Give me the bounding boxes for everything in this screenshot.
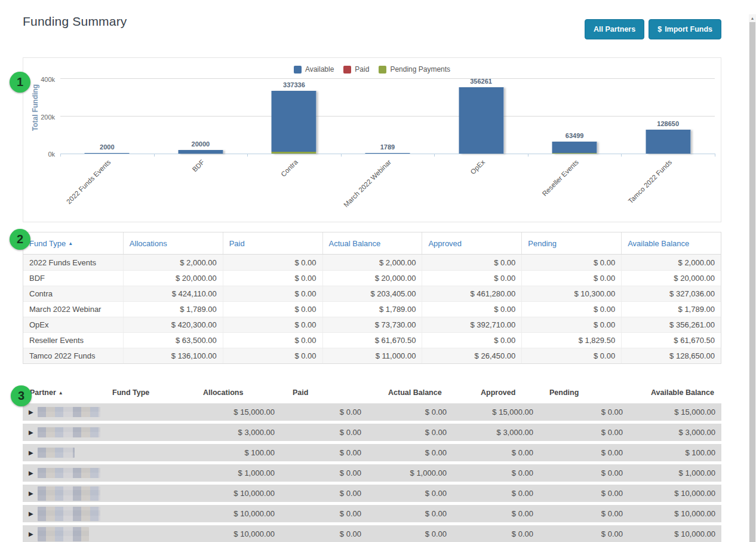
partner-column-header-paid[interactable]: Paid (281, 388, 367, 397)
partner-column-header-fund-type[interactable]: Fund Type (106, 388, 197, 397)
expand-row-icon[interactable]: ▶ (29, 510, 33, 517)
fund-column-header-pending[interactable]: Pending (521, 232, 621, 254)
partner-column-header-partner[interactable]: Partner▲ (23, 388, 106, 397)
fund-column-header-approved[interactable]: Approved (422, 232, 521, 254)
fund-value-cell: $ 0.00 (223, 348, 322, 363)
x-axis-label-reseller-events: Reseller Events (540, 158, 579, 197)
fund-value-cell: $ 392,710.00 (422, 317, 521, 332)
fund-value-cell: $ 73,730.00 (322, 317, 422, 332)
expand-row-icon[interactable]: ▶ (29, 409, 33, 415)
partner-row[interactable]: ▶$ 10,000.00$ 0.00$ 0.00$ 0.00$ 0.00$ 10… (23, 505, 721, 522)
fund-value-cell: $ 1,829.50 (521, 333, 621, 348)
partner-row[interactable]: ▶$ 100.00$ 0.00$ 0.00$ 0.00$ 0.00$ 100.0… (23, 444, 721, 461)
all-partners-button[interactable]: All Partners (585, 19, 644, 39)
x-axis-label-tamco-2022-funds: Tamco 2022 Funds (627, 158, 674, 205)
x-axis-tick (621, 154, 622, 157)
bar-value-label: 63499 (528, 132, 622, 139)
partner-name-cell: ▶ (23, 407, 106, 417)
bar-reseller-events[interactable] (552, 142, 597, 154)
legend-label-available: Available (305, 65, 334, 74)
fund-value-cell: $ 424,110.00 (123, 286, 223, 301)
fund-column-header-available-balance[interactable]: Available Balance (621, 232, 721, 254)
header-label: Actual Balance (388, 388, 442, 397)
fund-value-cell: $ 61,670.50 (322, 333, 422, 348)
legend-item-available[interactable]: Available (294, 65, 334, 74)
expand-row-icon[interactable]: ▶ (29, 470, 33, 476)
available-bar-segment (459, 87, 503, 154)
partner-row[interactable]: ▶$ 3,000.00$ 0.00$ 0.00$ 3,000.00$ 0.00$… (23, 424, 721, 441)
partner-value-cell: $ 0.00 (281, 509, 367, 518)
x-axis-tick (154, 154, 155, 157)
available-bar-segment (646, 130, 690, 154)
partner-value-cell: $ 3,000.00 (629, 428, 721, 437)
fund-type-cell: 2022 Funds Events (23, 255, 123, 270)
partner-value-cell: $ 0.00 (539, 428, 629, 437)
expand-row-icon[interactable]: ▶ (29, 429, 33, 436)
partner-value-cell: $ 0.00 (539, 448, 629, 457)
partner-name-redacted (38, 486, 100, 501)
sort-asc-icon: ▲ (68, 241, 73, 246)
fund-column-header-paid[interactable]: Paid (223, 232, 322, 254)
scrollbar-up-icon[interactable]: ▲ (749, 14, 756, 22)
bar-2022-funds-events[interactable] (85, 153, 130, 154)
legend-item-paid[interactable]: Paid (343, 65, 369, 74)
partner-value-cell: $ 0.00 (453, 468, 539, 477)
partner-row[interactable]: ▶$ 10,000.00$ 0.00$ 0.00$ 0.00$ 0.00$ 10… (23, 485, 721, 502)
fund-column-header-allocations[interactable]: Allocations (123, 232, 223, 254)
fund-value-cell: $ 128,650.00 (621, 348, 721, 363)
fund-value-cell: $ 61,670.50 (621, 333, 721, 348)
partner-row[interactable]: ▶$ 10,000.00$ 0.00$ 0.00$ 0.00$ 0.00$ 10… (23, 525, 721, 542)
fund-value-cell: $ 10,300.00 (521, 286, 621, 301)
partner-value-cell: $ 1,000.00 (197, 468, 281, 477)
bar-bdf[interactable] (178, 150, 223, 154)
legend-item-pending-payments[interactable]: Pending Payments (379, 65, 450, 74)
bar-opex[interactable] (459, 87, 503, 154)
annotation-badge-1: 1 (10, 72, 30, 93)
partner-column-header-available-balance[interactable]: Available Balance (629, 388, 721, 397)
expand-row-icon[interactable]: ▶ (29, 449, 33, 456)
partner-value-cell: $ 0.00 (367, 408, 453, 417)
chart-category-opex: 356261OpEx (434, 79, 528, 154)
fund-value-cell: $ 461,280.00 (422, 286, 521, 301)
partner-value-cell: $ 0.00 (281, 448, 367, 457)
partner-table: Partner▲Fund TypeAllocationsPaidActual B… (23, 382, 721, 542)
header-label: Pending (528, 239, 557, 248)
available-bar-segment (178, 150, 223, 154)
header-label: Available Balance (651, 388, 714, 397)
partner-column-header-approved[interactable]: Approved (453, 388, 539, 397)
scrollbar-thumb[interactable] (749, 22, 755, 542)
bar-tamco-2022-funds[interactable] (646, 130, 690, 154)
partner-row[interactable]: ▶$ 1,000.00$ 0.00$ 1,000.00$ 0.00$ 0.00$… (23, 464, 721, 482)
partner-value-cell: $ 10,000.00 (197, 509, 281, 518)
fund-value-cell: $ 11,000.00 (322, 348, 422, 363)
y-tick-label-0k: 0k (48, 151, 55, 158)
legend-label-pending-payments: Pending Payments (390, 65, 450, 74)
partner-value-cell: $ 0.00 (367, 529, 453, 538)
available-bar-segment (272, 91, 316, 152)
partner-column-header-actual-balance[interactable]: Actual Balance (367, 388, 453, 397)
fund-column-header-fund-type[interactable]: Fund Type▲ (23, 232, 123, 254)
expand-row-icon[interactable]: ▶ (29, 490, 33, 497)
import-funds-label: Import Funds (665, 25, 712, 33)
partner-column-header-allocations[interactable]: Allocations (197, 388, 281, 397)
x-axis-label-contra: Contra (279, 158, 299, 178)
scrollbar[interactable]: ▲ (749, 14, 756, 542)
bar-contra[interactable] (272, 91, 316, 154)
fund-table-row: Tamco 2022 Funds$ 136,100.00$ 0.00$ 11,0… (23, 348, 721, 363)
bar-march-2022-webinar[interactable] (365, 153, 410, 154)
import-funds-button[interactable]: $ Import Funds (649, 19, 721, 39)
fund-type-cell: BDF (23, 271, 123, 286)
fund-table-row: Reseller Events$ 63,500.00$ 0.00$ 61,670… (23, 332, 721, 348)
partner-column-header-pending[interactable]: Pending (539, 388, 629, 397)
fund-column-header-actual-balance[interactable]: Actual Balance (322, 232, 422, 254)
fund-value-cell: $ 0.00 (521, 302, 621, 317)
partner-value-cell: $ 0.00 (539, 489, 629, 498)
partner-table-header-row: Partner▲Fund TypeAllocationsPaidActual B… (23, 382, 721, 403)
partner-value-cell: $ 15,000.00 (197, 408, 281, 417)
available-bar-segment (552, 142, 597, 153)
annotation-badge-2: 2 (10, 229, 30, 250)
partner-row[interactable]: ▶$ 15,000.00$ 0.00$ 0.00$ 15,000.00$ 0.0… (23, 403, 721, 421)
fund-type-cell: Contra (23, 286, 123, 301)
x-axis-tick (60, 154, 61, 157)
expand-row-icon[interactable]: ▶ (29, 531, 33, 537)
